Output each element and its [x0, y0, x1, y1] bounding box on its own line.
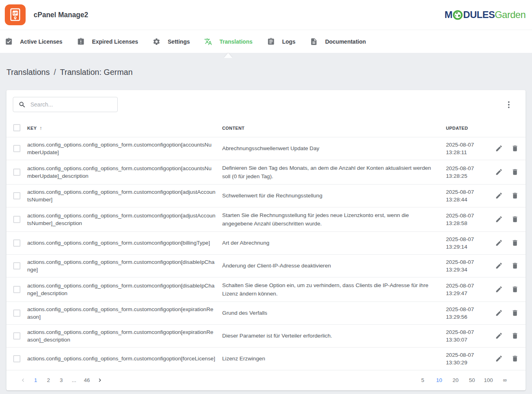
page-size-button-∞[interactable]: ∞: [500, 375, 510, 386]
delete-button[interactable]: [511, 239, 519, 247]
delete-button[interactable]: [511, 168, 519, 176]
edit-button[interactable]: [495, 239, 503, 247]
updated-cell: 2025-08-07 13:30:07: [446, 324, 490, 347]
breadcrumb-item: Translation: German: [60, 68, 133, 77]
row-checkbox[interactable]: [13, 145, 20, 152]
updated-cell: 2025-08-07 13:28:58: [446, 207, 490, 231]
select-all-checkbox[interactable]: [13, 124, 20, 131]
updated-cell: 2025-08-07 13:28:25: [446, 160, 490, 184]
card-toolbar: [6, 90, 526, 119]
brand-part-garden: Garden: [495, 9, 526, 20]
page-size-button-50[interactable]: 50: [467, 375, 477, 386]
column-header-updated[interactable]: UPDATED: [446, 126, 468, 131]
page-size-button-20[interactable]: 20: [451, 375, 460, 386]
brand-part-m: M: [445, 9, 453, 20]
clipboard-alert-icon: [77, 38, 85, 46]
table-row: actions.config_options.config_options_fo…: [6, 160, 526, 184]
breadcrumb-item[interactable]: Translations: [6, 68, 50, 77]
delete-button[interactable]: [511, 355, 519, 362]
nav-tab-translations[interactable]: Translations: [204, 30, 252, 53]
row-checkbox[interactable]: [13, 239, 20, 247]
updated-cell: 2025-08-07 13:29:34: [446, 254, 490, 277]
delete-button[interactable]: [511, 285, 519, 293]
row-checkbox[interactable]: [13, 310, 20, 317]
delete-button[interactable]: [511, 145, 519, 152]
page-button-46[interactable]: 46: [82, 375, 92, 386]
page-button-2[interactable]: 2: [43, 375, 54, 386]
trash-icon: [511, 168, 519, 176]
key-cell: actions.config_options.config_options_fo…: [27, 160, 222, 184]
clipboard-list-icon: [267, 38, 275, 46]
nav-tab-label: Expired Licenses: [92, 38, 138, 45]
key-cell: actions.config_options.config_options_fo…: [27, 184, 222, 207]
pencil-icon: [495, 309, 503, 317]
delete-button[interactable]: [511, 309, 519, 317]
nav-tab-settings[interactable]: Settings: [153, 30, 190, 53]
page-title: cPanel Manage2: [34, 11, 88, 19]
table-row: actions.config_options.config_options_fo…: [6, 231, 526, 254]
column-header-content[interactable]: CONTENT: [222, 126, 245, 131]
row-checkbox[interactable]: [13, 332, 20, 340]
nav-tab-label: Logs: [282, 38, 295, 45]
page-button-1[interactable]: 1: [30, 375, 41, 386]
row-checkbox[interactable]: [13, 216, 20, 223]
key-cell: actions.config_options.config_options_fo…: [27, 137, 222, 160]
edit-button[interactable]: [495, 215, 503, 223]
row-checkbox[interactable]: [13, 262, 20, 269]
cpanel-logo-icon: cP: [5, 4, 26, 25]
table-row: actions.config_options.config_options_fo…: [6, 184, 526, 207]
translate-icon: [204, 38, 212, 46]
page-size-button-10[interactable]: 10: [434, 375, 444, 386]
nav-tab-active-licenses[interactable]: Active Licenses: [5, 30, 62, 53]
nav-tab-logs[interactable]: Logs: [267, 30, 295, 53]
edit-button[interactable]: [495, 262, 503, 269]
row-checkbox[interactable]: [13, 286, 20, 293]
next-page-button[interactable]: [94, 375, 105, 386]
table-row: actions.config_options.config_options_fo…: [6, 254, 526, 277]
edit-button[interactable]: [495, 285, 503, 293]
edit-button[interactable]: [495, 355, 503, 362]
nav-tab-label: Active Licenses: [20, 38, 62, 45]
edit-button[interactable]: [495, 145, 503, 152]
edit-button[interactable]: [495, 309, 503, 317]
updated-cell: 2025-08-07 13:28:11: [446, 137, 490, 160]
column-header-key[interactable]: KEY: [27, 126, 37, 131]
trash-icon: [511, 262, 519, 269]
svg-text:cP: cP: [13, 11, 17, 15]
updated-cell: 2025-08-07 13:29:47: [446, 277, 490, 302]
content-cell: Starten Sie die Rechnungsstellung für je…: [222, 207, 446, 231]
edit-button[interactable]: [495, 332, 503, 340]
kebab-menu-icon[interactable]: [503, 99, 514, 110]
edit-button[interactable]: [495, 192, 503, 199]
breadcrumb-separator: /: [54, 68, 56, 77]
search-input[interactable]: [30, 101, 113, 108]
content-cell: Grund des Verfalls: [222, 302, 446, 324]
nav-tab-label: Settings: [168, 38, 190, 45]
content-cell: Art der Abrechnung: [222, 231, 446, 254]
page-size-button-5[interactable]: 5: [418, 375, 428, 386]
edit-button[interactable]: [495, 168, 503, 176]
delete-button[interactable]: [511, 215, 519, 223]
delete-button[interactable]: [511, 332, 519, 340]
prev-page-button[interactable]: [18, 375, 28, 386]
nav-tab-documentation[interactable]: Documentation: [310, 30, 366, 53]
pagination-ellipsis: ...: [69, 375, 79, 386]
document-icon: [310, 38, 318, 46]
page-size-button-100[interactable]: 100: [484, 375, 493, 386]
page-button-3[interactable]: 3: [56, 375, 66, 386]
content-cell: Schwellenwert für die Rechnungsstellung: [222, 184, 446, 207]
trash-icon: [511, 332, 519, 340]
delete-button[interactable]: [511, 262, 519, 269]
translations-card: KEY↑ CONTENT UPDATED actions.config_opti…: [6, 90, 526, 390]
delete-button[interactable]: [511, 192, 519, 199]
updated-cell: 2025-08-07 13:29:14: [446, 231, 490, 254]
row-checkbox[interactable]: [13, 355, 20, 362]
row-checkbox[interactable]: [13, 169, 20, 176]
table-row: actions.config_options.config_options_fo…: [6, 137, 526, 160]
key-cell: actions.config_options.config_options_fo…: [27, 347, 222, 370]
pencil-icon: [495, 355, 503, 362]
nav-tab-expired-licenses[interactable]: Expired Licenses: [77, 30, 138, 53]
key-cell: actions.config_options.config_options_fo…: [27, 302, 222, 324]
sort-asc-icon[interactable]: ↑: [40, 125, 42, 131]
row-checkbox[interactable]: [13, 192, 20, 199]
